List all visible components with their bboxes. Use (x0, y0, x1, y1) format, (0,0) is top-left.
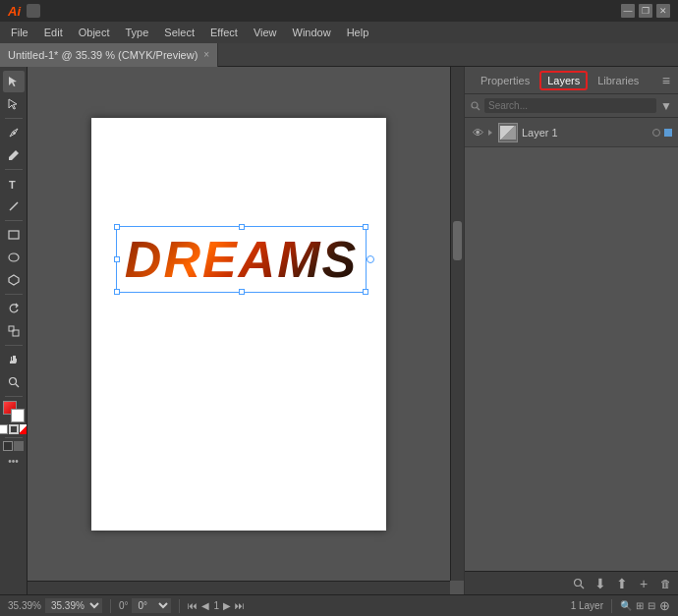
layer-move-down-button[interactable]: ⬇ (592, 575, 609, 592)
scale-tool[interactable] (3, 320, 25, 342)
pencil-tool[interactable] (3, 144, 25, 166)
artboard-number: 1 (213, 600, 219, 611)
screen-mode-buttons (3, 441, 24, 451)
artboard-back-button[interactable]: ◀ (201, 600, 209, 611)
screen-mode-btn2[interactable] (14, 441, 24, 451)
tab-layers[interactable]: Layers (539, 71, 588, 90)
panel-menu-button[interactable]: ≡ (662, 73, 670, 88)
home-icon[interactable] (27, 4, 40, 18)
zoom-select[interactable]: 35.39% 50% 100% (45, 598, 102, 613)
artboard-last-button[interactable]: ⏭ (235, 600, 245, 611)
menu-bar: File Edit Object Type Select Effect View… (0, 22, 678, 43)
status-divider-1 (110, 599, 111, 613)
svg-line-11 (16, 384, 19, 387)
rectangle-tool[interactable] (3, 224, 25, 246)
layer-delete-button[interactable]: 🗑 (656, 575, 674, 592)
maximize-button[interactable]: ❐ (639, 4, 652, 18)
panel-bottom-toolbar: ⬇ ⬆ + 🗑 (465, 571, 678, 594)
svg-line-15 (581, 586, 584, 588)
menu-view[interactable]: View (247, 25, 284, 40)
menu-help[interactable]: Help (340, 25, 376, 40)
menu-select[interactable]: Select (157, 25, 201, 40)
svg-marker-7 (9, 275, 19, 285)
ellipse-tool[interactable] (3, 247, 25, 268)
direct-selection-tool[interactable] (3, 93, 25, 115)
handle-tl[interactable] (114, 224, 120, 230)
tab-libraries[interactable]: Libraries (590, 71, 647, 90)
layer-add-button[interactable]: + (635, 575, 652, 592)
svg-point-10 (9, 378, 16, 385)
canvas-area[interactable]: DREAMS (28, 67, 464, 594)
status-layout-btn2[interactable]: ⊟ (648, 600, 655, 611)
rotate-tool[interactable] (3, 298, 25, 319)
layer-target-dot[interactable] (652, 129, 660, 137)
dreams-container[interactable]: DREAMS (116, 226, 367, 293)
handle-tr[interactable] (363, 224, 368, 230)
menu-window[interactable]: Window (286, 25, 338, 40)
status-zoom-icon[interactable]: 🔍 (620, 600, 632, 611)
rotation-select[interactable]: 0° 90° (132, 598, 171, 613)
search-icon (471, 101, 480, 111)
menu-effect[interactable]: Effect (203, 25, 245, 40)
type-tool[interactable]: T (3, 173, 25, 195)
tab-properties[interactable]: Properties (473, 71, 537, 90)
fill-stroke-swatches[interactable] (3, 401, 25, 422)
status-layout-btn[interactable]: ⊞ (636, 600, 644, 611)
layer-expand-arrow[interactable] (488, 130, 494, 136)
layer-options (652, 129, 672, 137)
layer-visibility-toggle[interactable]: 👁 (471, 126, 484, 140)
title-bar-controls: — ❐ ✕ (621, 4, 670, 18)
tool-divider-3 (5, 220, 23, 221)
app-logo: Ai (8, 4, 21, 19)
status-text: 1 Layer (571, 600, 603, 611)
more-tools-button[interactable]: ••• (8, 456, 19, 467)
svg-point-14 (575, 579, 582, 586)
menu-type[interactable]: Type (119, 25, 156, 40)
svg-line-13 (478, 107, 480, 110)
menu-edit[interactable]: Edit (37, 25, 70, 40)
handle-ml[interactable] (114, 256, 120, 262)
handle-br[interactable] (363, 289, 368, 295)
tool-divider-4 (5, 294, 23, 295)
none-button[interactable] (20, 424, 28, 434)
hand-tool[interactable] (3, 349, 25, 370)
filter-icon[interactable]: ▼ (660, 99, 672, 113)
status-add-artboard-btn[interactable]: ⊕ (659, 598, 670, 613)
artboard-prev-button[interactable]: ⏮ (188, 600, 198, 611)
minimize-button[interactable]: — (621, 4, 635, 18)
panel-search-bottom-button[interactable] (570, 575, 588, 592)
artboard-next-button[interactable]: ▶ (223, 600, 231, 611)
line-tool[interactable] (3, 196, 25, 217)
horizontal-scrollbar[interactable] (28, 581, 450, 594)
document-tab[interactable]: Untitled-1* @ 35.39 % (CMYK/Preview) × (0, 43, 218, 67)
vertical-scrollbar[interactable] (450, 67, 464, 581)
tab-label: Untitled-1* @ 35.39 % (CMYK/Preview) (8, 49, 198, 61)
scroll-thumb-vertical[interactable] (453, 221, 462, 260)
svg-rect-5 (9, 231, 19, 239)
tab-close-button[interactable]: × (203, 49, 209, 60)
tool-divider-1 (5, 118, 23, 119)
layer-move-up-button[interactable]: ⬆ (613, 575, 631, 592)
handle-bl[interactable] (114, 289, 120, 295)
right-panel: Properties Layers Libraries ≡ ▼ 👁 Layer … (464, 67, 678, 594)
toolbar-left: T (0, 67, 28, 594)
stroke-button[interactable] (9, 424, 19, 434)
menu-object[interactable]: Object (72, 25, 117, 40)
close-button[interactable]: ✕ (656, 4, 670, 18)
color-mode-buttons (0, 424, 28, 434)
tool-divider-5 (5, 345, 23, 346)
screen-mode-btn[interactable] (3, 441, 13, 451)
fill-button[interactable] (0, 424, 8, 434)
polygon-tool[interactable] (3, 269, 25, 291)
selection-tool[interactable] (3, 71, 25, 92)
layer-color-square[interactable] (664, 129, 672, 137)
tool-divider-2 (5, 169, 23, 170)
layer-item[interactable]: 👁 Layer 1 (465, 118, 678, 147)
svg-point-2 (13, 133, 15, 135)
menu-file[interactable]: File (4, 25, 35, 40)
pen-tool[interactable] (3, 122, 25, 143)
search-input[interactable] (484, 98, 656, 113)
tab-bar: Untitled-1* @ 35.39 % (CMYK/Preview) × (0, 43, 678, 67)
zoom-tool[interactable] (3, 371, 25, 393)
handle-bm[interactable] (239, 289, 245, 295)
